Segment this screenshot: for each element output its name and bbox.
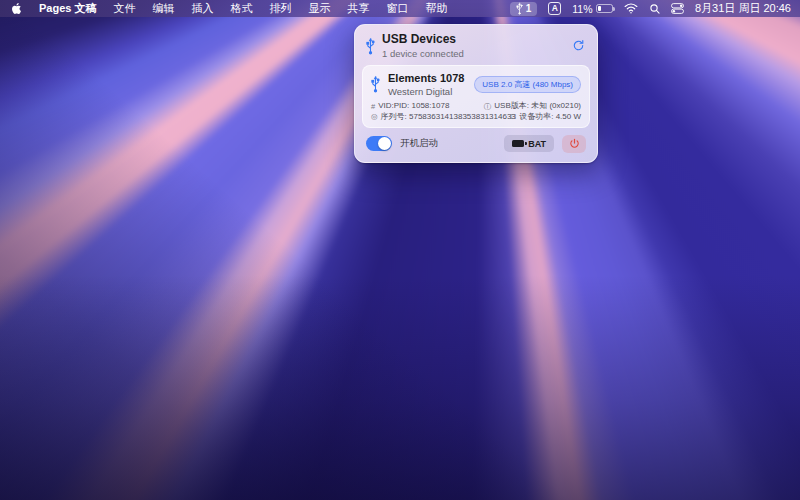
details-left-column: # VID:PID: 1058:1078 ◎ 序列号: 575836314138… (371, 102, 485, 122)
detail-text: USB版本: 未知 (0x0210) (494, 102, 581, 111)
toggle-knob (378, 137, 391, 150)
menu-bar-status: 1 A 11% 8月31日 周日 20:46 (510, 1, 800, 16)
battery-percent: 11% (572, 3, 592, 15)
menu-bar-clock[interactable]: 8月31日 周日 20:46 (695, 1, 791, 16)
apple-menu[interactable] (11, 2, 22, 15)
usb-icon (516, 2, 523, 15)
apple-logo-icon (11, 2, 22, 15)
search-icon (649, 3, 661, 15)
control-center-icon (671, 3, 684, 14)
details-right-column: ⓘ USB版本: 未知 (0x0210) ⊡ 设备功率: 4.50 W (489, 102, 581, 122)
info-icon: ⓘ (484, 103, 492, 111)
power-meter-icon: ⊡ (510, 113, 516, 121)
menu-bar-left: Pages 文稿 文件 编辑 插入 格式 排列 显示 共享 窗口 帮助 (0, 1, 447, 16)
input-source-menu[interactable]: A (548, 2, 561, 15)
control-center-menu[interactable] (671, 3, 684, 14)
menu-item-insert[interactable]: 插入 (191, 1, 213, 16)
menu-item-arrange[interactable]: 排列 (269, 1, 291, 16)
battery-mode-button[interactable]: BAT (504, 135, 554, 152)
menu-item-edit[interactable]: 编辑 (152, 1, 174, 16)
hash-icon: # (371, 103, 375, 111)
popover-title: USB Devices (382, 33, 563, 47)
usb-icon (371, 75, 380, 93)
power-icon (569, 138, 580, 149)
detail-usb-version: ⓘ USB版本: 未知 (0x0210) (484, 102, 581, 111)
menu-item-format[interactable]: 格式 (230, 1, 252, 16)
battery-mode-label: BAT (528, 139, 546, 149)
launch-at-login-toggle[interactable] (366, 136, 392, 151)
serial-icon: ◎ (371, 113, 378, 121)
refresh-icon (572, 39, 585, 52)
refresh-button[interactable] (570, 37, 587, 54)
device-card[interactable]: Elements 1078 Western Digital USB 2.0 高速… (362, 65, 590, 128)
power-button[interactable] (562, 135, 586, 153)
detail-power: ⊡ 设备功率: 4.50 W (510, 113, 581, 122)
popover-titles: USB Devices 1 device connected (382, 33, 563, 59)
detail-text: VID:PID: 1058:1078 (378, 102, 449, 111)
menu-item-help[interactable]: 帮助 (425, 1, 447, 16)
wifi-icon (624, 3, 638, 14)
app-menu-title[interactable]: Pages 文稿 (39, 1, 96, 16)
menu-item-share[interactable]: 共享 (347, 1, 369, 16)
popover-header: USB Devices 1 device connected (355, 25, 597, 65)
launch-at-login-label: 开机启动 (400, 137, 438, 150)
menu-item-view[interactable]: 显示 (308, 1, 330, 16)
device-vendor: Western Digital (388, 86, 466, 97)
detail-vid-pid: # VID:PID: 1058:1078 (371, 102, 485, 111)
device-card-header: Elements 1078 Western Digital USB 2.0 高速… (371, 72, 581, 97)
popover-subtitle: 1 device connected (382, 48, 563, 59)
usb-devices-popover: USB Devices 1 device connected Elements … (354, 24, 598, 163)
usb-device-count: 1 (526, 3, 532, 14)
battery-icon (596, 4, 613, 13)
device-names: Elements 1078 Western Digital (388, 72, 466, 97)
menu-item-file[interactable]: 文件 (113, 1, 135, 16)
battery-status[interactable]: 11% (572, 3, 612, 15)
device-details: # VID:PID: 1058:1078 ◎ 序列号: 575836314138… (371, 102, 581, 122)
popover-footer: 开机启动 BAT (355, 128, 597, 162)
speed-badge: USB 2.0 高速 (480 Mbps) (474, 76, 581, 93)
usb-status-menu-active[interactable]: 1 (510, 2, 538, 16)
detail-serial: ◎ 序列号: 575836314138353831314633 (371, 113, 485, 122)
battery-icon (512, 140, 524, 147)
desktop: Pages 文稿 文件 编辑 插入 格式 排列 显示 共享 窗口 帮助 1 A … (0, 0, 800, 500)
wifi-menu[interactable] (624, 3, 638, 14)
usb-icon (366, 37, 375, 55)
spotlight-menu[interactable] (649, 3, 661, 15)
menu-bar: Pages 文稿 文件 编辑 插入 格式 排列 显示 共享 窗口 帮助 1 A … (0, 0, 800, 17)
menu-item-window[interactable]: 窗口 (386, 1, 408, 16)
detail-text: 设备功率: 4.50 W (519, 113, 581, 122)
device-name: Elements 1078 (388, 72, 466, 85)
